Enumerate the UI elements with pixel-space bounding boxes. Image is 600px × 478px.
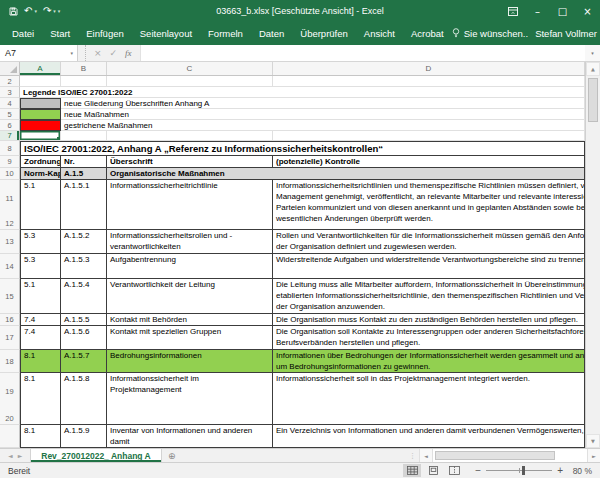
cell-D3[interactable] (273, 87, 585, 98)
row-header-17[interactable]: 17 (0, 326, 20, 350)
column-header-b[interactable]: B (61, 62, 107, 75)
cell-A3[interactable]: Legende ISO/IEC 27001:2022 (20, 87, 273, 98)
normal-view-icon[interactable] (403, 464, 421, 477)
page-layout-view-icon[interactable] (424, 464, 442, 477)
cell-B2[interactable] (61, 76, 107, 87)
cell-C18[interactable]: Bedrohungsinformationen (107, 350, 273, 373)
redo-icon[interactable]: ↷ (43, 6, 51, 16)
undo-dropdown-icon[interactable]: ▾ (34, 6, 37, 16)
cell-B19[interactable]: A.1.5.8 (61, 373, 107, 425)
tell-me-search[interactable]: Sie wünschen.. (452, 28, 528, 40)
cell-Ci17[interactable]: Inventar von Informationen und anderen d… (107, 425, 273, 448)
horizontal-scrollbar-track[interactable] (432, 449, 587, 462)
row-header-3[interactable]: 3 (0, 87, 20, 98)
cell-B13[interactable]: A.1.5.2 (61, 230, 107, 254)
vertical-scrollbar-track[interactable] (586, 122, 600, 434)
cell-D13[interactable]: Rollen und Verantwortlichkeiten für die … (273, 230, 585, 254)
scroll-down-icon[interactable]: ▼ (586, 434, 600, 448)
cell-C9[interactable]: Überschrift (107, 156, 273, 168)
name-box-dropdown-icon[interactable]: ▾ (70, 50, 77, 56)
tab-ansicht[interactable]: Ansicht (356, 22, 403, 45)
cell-B16[interactable]: A.1.5.5 (61, 314, 107, 326)
cell-D14[interactable]: Widerstreitende Aufgaben und widerstreit… (273, 254, 585, 279)
cell-A16[interactable]: 7.4 (20, 314, 61, 326)
column-header-a[interactable]: A (20, 62, 61, 75)
zoom-slider[interactable] (486, 470, 552, 471)
cell-A7[interactable] (20, 131, 61, 141)
cell-B9[interactable]: Nr. (61, 156, 107, 168)
cell-B17[interactable]: A.1.5.6 (61, 326, 107, 350)
row-header-19[interactable]: 1920 (0, 373, 20, 425)
row-header-18[interactable]: 18 (0, 350, 20, 373)
name-box[interactable]: A7 ▾ (0, 45, 78, 61)
cell-D9[interactable]: (potenzielle) Kontrolle (273, 156, 585, 168)
cell-D19[interactable]: Informationssicherheit soll in das Proje… (273, 373, 585, 425)
cell-A10[interactable]: Norm-Kap. (20, 168, 61, 180)
customize-qat-icon[interactable]: ▾ (58, 6, 61, 16)
cell-B5[interactable]: neue Maßnahmen (61, 109, 273, 120)
redo-dropdown-icon[interactable]: ▾ (53, 6, 56, 16)
row-header-2[interactable]: 2 (0, 76, 20, 87)
row-header-14[interactable]: 14 (0, 254, 20, 279)
scrollbar-resize-handle[interactable]: ⋮ (406, 452, 419, 460)
cell-A11[interactable]: 5.1 (20, 180, 61, 230)
cell-B7[interactable] (61, 131, 107, 141)
cell-C14[interactable]: Aufgabentrennung (107, 254, 273, 279)
cell-C19[interactable]: Informationssicherheit im Projektmanagem… (107, 373, 273, 425)
cell-D4[interactable] (273, 98, 585, 109)
scroll-up-icon[interactable]: ▲ (586, 62, 600, 76)
next-sheet-icon[interactable]: ► (18, 452, 23, 459)
cell-A15[interactable]: 5.1 (20, 279, 61, 314)
cell-D6[interactable] (273, 120, 585, 131)
legend-color-swatch-6[interactable] (20, 120, 61, 131)
cell-D15[interactable]: Die Leitung muss alle Mitarbeiter auffor… (273, 279, 585, 314)
page-break-view-icon[interactable] (445, 464, 463, 477)
tab-ueberpruefen[interactable]: Überprüfen (292, 22, 356, 45)
legend-color-swatch-4[interactable] (20, 98, 61, 109)
cell-A9[interactable]: Zordnung (20, 156, 61, 168)
user-name[interactable]: Stefan Vollmer (535, 28, 597, 39)
cell-A2[interactable] (20, 76, 61, 87)
cell-D2[interactable] (273, 76, 585, 87)
formula-bar-expand-icon[interactable]: ▾ (585, 45, 600, 61)
cell-B14[interactable]: A.1.5.3 (61, 254, 107, 279)
add-sheet-icon[interactable]: ⊕ (162, 449, 182, 462)
cell-A18[interactable]: 8.1 (20, 350, 61, 373)
cell-B4[interactable]: neue Gliederung Überschriften Anhang A (61, 98, 273, 109)
row-header-6[interactable]: 6 (0, 120, 20, 131)
cell-Ai17[interactable]: 8.1 (20, 425, 61, 448)
cancel-icon[interactable]: × (94, 48, 102, 58)
row-header-4[interactable]: 4 (0, 98, 20, 109)
enter-check-icon[interactable]: ✓ (110, 48, 118, 58)
row-header-16[interactable]: 16 (0, 314, 20, 326)
close-button[interactable]: × (575, 0, 600, 22)
cell-Bi17[interactable]: A.1.5.9 (61, 425, 107, 448)
cell-C13[interactable]: Informationssicherheitsrollen und -veran… (107, 230, 273, 254)
cell-C15[interactable]: Verantwortlichkeit der Leitung (107, 279, 273, 314)
cell-C11[interactable]: Informationssicherheitrichtlinie (107, 180, 273, 230)
select-all-corner[interactable] (0, 62, 20, 75)
cell-A14[interactable]: 5.3 (20, 254, 61, 279)
tab-daten[interactable]: Daten (251, 22, 292, 45)
column-header-c[interactable]: C (107, 62, 273, 75)
cell-C17[interactable]: Kontakt mit speziellen Gruppen (107, 326, 273, 350)
cell-C2[interactable] (107, 76, 273, 87)
vertical-scrollbar-thumb[interactable] (588, 78, 598, 122)
maximize-button[interactable]: □ (550, 0, 575, 22)
row-header-13[interactable]: 13 (0, 230, 20, 254)
cell-C16[interactable]: Kontakt mit Behörden (107, 314, 273, 326)
zoom-slider-thumb[interactable] (522, 466, 525, 475)
tab-formeln[interactable]: Formeln (200, 22, 251, 45)
cell-A17[interactable]: 7.4 (20, 326, 61, 350)
cell-A8[interactable]: ISO/IEC 27001:2022, Anhang A „Referenz z… (20, 141, 585, 156)
row-header-9[interactable]: 9 (0, 156, 20, 168)
insert-function-icon[interactable]: fx (125, 48, 132, 58)
cell-Di17[interactable]: Ein Verzeichnis von Informationen und an… (273, 425, 585, 448)
tab-einfuegen[interactable]: Einfügen (78, 22, 132, 45)
cell-D11[interactable]: Informationssicherheitsrichtlinien und t… (273, 180, 585, 230)
horizontal-scrollbar-thumb[interactable] (435, 451, 555, 460)
formula-input[interactable] (140, 45, 585, 61)
cell-D16[interactable]: Die Organisation muss Kontakt zu den zus… (273, 314, 585, 326)
ribbon-display-options-icon[interactable] (500, 0, 525, 22)
cell-B18[interactable]: A.1.5.7 (61, 350, 107, 373)
